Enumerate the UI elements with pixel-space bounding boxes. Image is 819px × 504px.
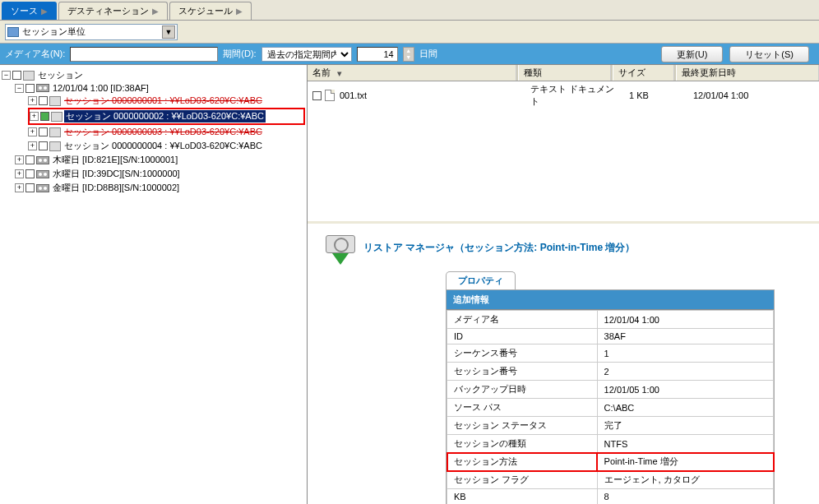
property-row: シーケンス番号1 bbox=[447, 344, 774, 363]
detail-title: リストア マネージャ（セッション方法: Point-in-Time 増分） bbox=[363, 241, 635, 255]
property-row: ソース パスC:\ABC bbox=[447, 399, 774, 417]
period-spinner[interactable]: ▲▼ bbox=[403, 47, 414, 62]
property-key: バックアップ日時 bbox=[447, 381, 598, 399]
checkbox[interactable] bbox=[39, 96, 48, 105]
tree-session-1[interactable]: + セッション 0000000001 : ¥¥LoD03-620¥C:¥ABC bbox=[28, 94, 305, 108]
col-name[interactable]: 名前▾ bbox=[308, 65, 516, 81]
session-icon bbox=[49, 96, 61, 106]
checkbox[interactable] bbox=[25, 183, 35, 192]
reset-button[interactable]: リセット(S) bbox=[729, 46, 809, 62]
period-number-input[interactable] bbox=[357, 47, 398, 62]
property-row: セッション フラグエージェント, カタログ bbox=[447, 471, 774, 489]
property-row: セッションの種類NTFS bbox=[447, 435, 774, 453]
col-date[interactable]: 最終更新日時 bbox=[677, 65, 819, 81]
properties-table: メディア名12/01/04 1:00ID38AFシーケンス番号1セッション番号2… bbox=[447, 310, 774, 504]
days-label: 日間 bbox=[419, 48, 437, 60]
chevron-right-icon: ▶ bbox=[236, 7, 243, 16]
mode-dropdown[interactable]: セッション単位 ▼ bbox=[5, 24, 178, 40]
property-key: シーケンス番号 bbox=[447, 344, 598, 363]
property-row: セッション番号2 bbox=[447, 363, 774, 381]
chevron-down-icon[interactable]: ▼ bbox=[162, 25, 175, 39]
property-key: ID bbox=[447, 329, 598, 344]
update-button[interactable]: 更新(U) bbox=[661, 46, 723, 62]
toolbar-mode: セッション単位 ▼ bbox=[0, 21, 819, 44]
expand-icon[interactable]: + bbox=[30, 112, 39, 121]
expand-icon[interactable]: + bbox=[15, 183, 24, 192]
toolbar-filter: メディア名(N): 期間(D): 過去の指定期間内 ▲▼ 日間 更新(U) リセ… bbox=[0, 44, 819, 65]
period-select[interactable]: 過去の指定期間内 bbox=[261, 47, 352, 62]
col-kind[interactable]: 種類 bbox=[519, 65, 611, 81]
file-list[interactable]: 001.txt テキスト ドキュメント 1 KB 12/01/04 1:00 bbox=[308, 81, 819, 221]
property-key: セッション ステータス bbox=[447, 417, 598, 435]
file-kind: テキスト ドキュメント bbox=[529, 83, 624, 108]
sort-down-icon: ▾ bbox=[334, 67, 345, 79]
checkbox[interactable] bbox=[25, 155, 35, 164]
media-name-input[interactable] bbox=[70, 47, 218, 62]
tape-icon bbox=[36, 84, 49, 92]
property-key: セッション方法 bbox=[447, 453, 598, 471]
tab-schedule[interactable]: スケジュール▶ bbox=[169, 2, 252, 20]
tree-session-3[interactable]: + セッション 0000000003 : ¥¥LoD03-620¥C:¥ABC bbox=[28, 125, 305, 139]
property-row: セッション方法Point-in-Time 増分 bbox=[447, 453, 774, 471]
tab-source[interactable]: ソース▶ bbox=[2, 2, 57, 20]
collapse-icon[interactable]: − bbox=[15, 84, 24, 93]
expand-icon[interactable]: + bbox=[28, 96, 37, 105]
file-icon bbox=[325, 90, 335, 101]
property-row: メディア名12/01/04 1:00 bbox=[447, 311, 774, 329]
file-row[interactable]: 001.txt テキスト ドキュメント 1 KB 12/01/04 1:00 bbox=[308, 81, 819, 109]
checkbox[interactable] bbox=[25, 169, 35, 178]
checkbox[interactable] bbox=[39, 127, 48, 136]
session-icon bbox=[7, 27, 19, 37]
file-date: 12/01/04 1:00 bbox=[692, 90, 750, 100]
chevron-right-icon: ▶ bbox=[41, 7, 48, 16]
session-icon bbox=[49, 141, 61, 151]
properties-header: 追加情報 bbox=[447, 290, 774, 310]
property-row: バックアップ日時12/01/05 1:00 bbox=[447, 381, 774, 399]
tree-root[interactable]: − セッション bbox=[2, 68, 305, 82]
property-key: KB bbox=[447, 489, 598, 505]
main-area: − セッション − 12/01/04 1:00 [ID:38AF] bbox=[0, 65, 819, 504]
property-value: 1 bbox=[597, 344, 773, 363]
detail-panel: リストア マネージャ（セッション方法: Point-in-Time 増分） プロ… bbox=[308, 221, 819, 504]
tree-day-3[interactable]: + 金曜日 [ID:D8B8][S/N:1000002] bbox=[15, 181, 305, 195]
chevron-right-icon: ▶ bbox=[152, 7, 159, 16]
property-value: 12/01/05 1:00 bbox=[597, 381, 773, 399]
property-value: 2 bbox=[597, 363, 773, 381]
expand-icon[interactable]: + bbox=[28, 127, 37, 136]
tree-day-1[interactable]: + 木曜日 [ID:821E][S/N:1000001] bbox=[15, 153, 305, 167]
checkbox[interactable] bbox=[12, 71, 21, 80]
checkbox[interactable] bbox=[312, 91, 322, 100]
tree-date-node[interactable]: − 12/01/04 1:00 [ID:38AF] bbox=[15, 82, 305, 94]
tab-destination[interactable]: デスティネーション▶ bbox=[58, 2, 168, 20]
tree-day-2[interactable]: + 水曜日 [ID:39DC][S/N:1000000] bbox=[15, 167, 305, 181]
restore-manager-icon bbox=[324, 235, 357, 260]
tree-session-4[interactable]: + セッション 0000000004 : ¥¥LoD03-620¥C:¥ABC bbox=[28, 139, 305, 153]
tree-session-2[interactable]: + セッション 0000000002 : ¥¥LoD03-620¥C:¥ABC bbox=[30, 109, 303, 123]
checkbox-checked[interactable] bbox=[40, 112, 49, 121]
mode-label: セッション単位 bbox=[22, 25, 86, 38]
expand-icon[interactable]: + bbox=[15, 169, 24, 178]
col-size[interactable]: サイズ bbox=[613, 65, 674, 81]
checkbox[interactable] bbox=[39, 141, 48, 150]
checkbox[interactable] bbox=[25, 84, 35, 93]
property-value: 完了 bbox=[597, 417, 773, 435]
collapse-icon[interactable]: − bbox=[2, 71, 11, 80]
session-icon bbox=[23, 71, 35, 81]
properties-tab[interactable]: プロパティ bbox=[446, 271, 516, 289]
tree-panel[interactable]: − セッション − 12/01/04 1:00 [ID:38AF] bbox=[0, 65, 308, 504]
session-icon bbox=[51, 112, 62, 122]
property-key: メディア名 bbox=[447, 311, 598, 329]
expand-icon[interactable]: + bbox=[28, 141, 37, 150]
property-row: KB8 bbox=[447, 489, 774, 505]
property-value: 38AF bbox=[597, 329, 773, 344]
expand-icon[interactable]: + bbox=[15, 155, 24, 164]
property-key: セッション フラグ bbox=[447, 471, 598, 489]
property-value: 8 bbox=[597, 489, 773, 505]
property-row: ID38AF bbox=[447, 329, 774, 344]
property-key: ソース パス bbox=[447, 399, 598, 417]
file-size: 1 KB bbox=[627, 90, 688, 100]
property-value: 12/01/04 1:00 bbox=[597, 311, 773, 329]
properties-section: プロパティ 追加情報 メディア名12/01/04 1:00ID38AFシーケンス… bbox=[446, 271, 812, 504]
property-value: C:\ABC bbox=[597, 399, 773, 417]
period-label: 期間(D): bbox=[223, 48, 256, 60]
